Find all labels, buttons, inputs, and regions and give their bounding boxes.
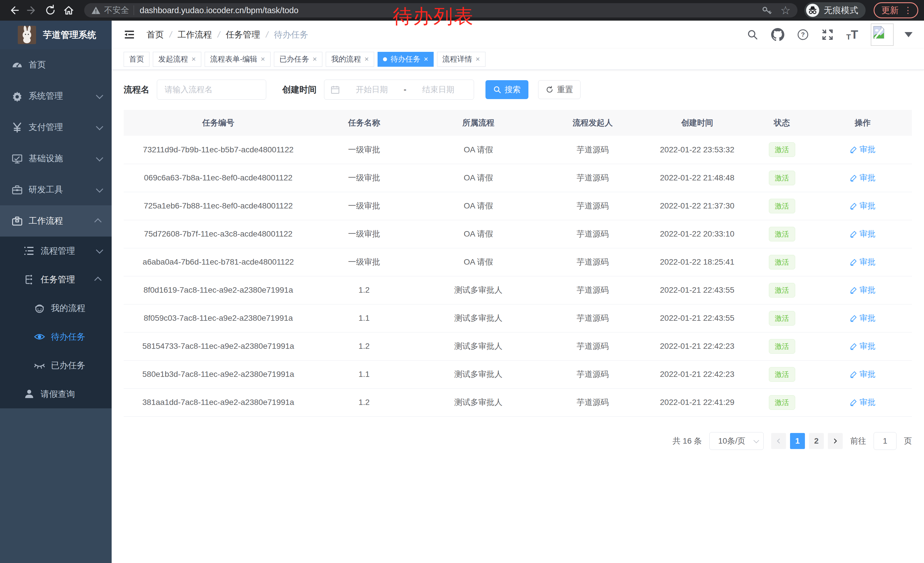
active-tab-dot	[383, 57, 387, 61]
approve-link[interactable]: 审批	[850, 173, 876, 183]
page-2-button[interactable]: 2	[809, 433, 824, 449]
close-icon[interactable]: ×	[424, 55, 428, 63]
sidebar-item-system[interactable]: 系统管理	[0, 81, 112, 112]
search-button[interactable]: 搜索	[486, 80, 528, 99]
starter-cell: 芋道源码	[542, 136, 644, 164]
header-search-icon[interactable]	[747, 29, 759, 41]
tab-my-process[interactable]: 我的流程×	[326, 52, 374, 67]
page-size-select[interactable]: 10条/页	[710, 432, 764, 450]
task-name-cell: 1.2	[313, 332, 416, 360]
app-logo-row[interactable]: 芋道管理系统	[0, 21, 112, 49]
app-header: 首页 / 工作流程 / 任务管理 / 待办任务 ?	[112, 21, 924, 49]
approve-link[interactable]: 审批	[850, 313, 876, 324]
sidebar-item-task-management[interactable]: 任务管理	[0, 265, 112, 294]
sidebar-item-payment[interactable]: 支付管理	[0, 112, 112, 143]
page-1-button[interactable]: 1	[790, 433, 805, 449]
close-icon[interactable]: ×	[364, 55, 369, 63]
breadcrumb-task-management[interactable]: 任务管理	[226, 29, 260, 41]
task-name-cell: 一级审批	[313, 164, 416, 192]
process-name-input[interactable]	[157, 80, 266, 100]
header-task-id: 任务编号	[124, 110, 313, 136]
sidebar-item-infrastructure[interactable]: 基础设施	[0, 143, 112, 174]
browser-back-button[interactable]	[6, 2, 22, 18]
user-avatar[interactable]	[871, 24, 894, 46]
sidebar-menu: 首页 系统管理 支付管理	[0, 49, 112, 563]
sidebar-item-done-tasks[interactable]: 已办任务	[0, 351, 112, 380]
goto-label: 前往	[850, 435, 866, 446]
table-row: 8f059c03-7ac8-11ec-a9e2-a2380e71991a 1.1…	[124, 304, 912, 332]
fullscreen-icon[interactable]	[822, 29, 834, 41]
font-size-icon[interactable]: TT	[846, 29, 858, 41]
browser-menu-dots-icon[interactable]: ⋮	[904, 6, 912, 15]
sidebar-item-dev-tools[interactable]: 研发工具	[0, 174, 112, 205]
tab-start-process[interactable]: 发起流程×	[153, 52, 201, 67]
approve-link[interactable]: 审批	[850, 228, 876, 239]
starter-cell: 芋道源码	[542, 164, 644, 192]
sidebar-collapse-icon[interactable]	[123, 29, 136, 41]
sidebar-item-workflow[interactable]: 工作流程	[0, 205, 112, 237]
prev-page-button[interactable]	[771, 433, 786, 449]
starter-cell: 芋道源码	[542, 192, 644, 220]
yen-icon	[10, 122, 24, 133]
sidebar-item-todo-tasks[interactable]: 待办任务	[0, 323, 112, 351]
tab-home[interactable]: 首页	[124, 52, 149, 67]
edit-pen-icon	[850, 258, 857, 266]
task-name-cell: 一级审批	[313, 248, 416, 276]
approve-link[interactable]: 审批	[850, 285, 876, 296]
reset-button[interactable]: 重置	[538, 80, 580, 99]
task-id-cell: 75d72608-7b7f-11ec-a3c8-acde48001122	[124, 220, 313, 248]
filter-bar: 流程名 创建时间 开始日期 - 结束日期 搜索 重置	[124, 80, 912, 100]
approve-link[interactable]: 审批	[850, 200, 876, 211]
breadcrumb-home[interactable]: 首页	[147, 29, 164, 41]
process-cell: 测试多审批人	[416, 276, 542, 304]
update-label: 更新	[881, 5, 898, 17]
create-time-cell: 2022-01-22 18:25:41	[644, 248, 750, 276]
bookmark-star-icon[interactable]: ☆	[780, 5, 790, 16]
tab-form-edit[interactable]: 流程表单-编辑×	[205, 52, 270, 67]
table-row: 580e1b3d-7ac8-11ec-a9e2-a2380e71991a 1.1…	[124, 360, 912, 388]
goto-page-input[interactable]	[874, 432, 897, 450]
approve-link[interactable]: 审批	[850, 341, 876, 352]
status-badge: 激活	[769, 339, 795, 354]
table-row: 381aa1dd-7ac8-11ec-a9e2-a2380e71991a 1.2…	[124, 388, 912, 416]
sidebar-item-process-management[interactable]: 流程管理	[0, 237, 112, 265]
header-actions: 操作	[813, 110, 912, 136]
list-icon	[22, 245, 36, 256]
next-page-button[interactable]	[828, 433, 843, 449]
sidebar-item-my-process[interactable]: 我的流程	[0, 294, 112, 323]
process-cell: OA 请假	[416, 192, 542, 220]
task-id-cell: 58154733-7ac8-11ec-a9e2-a2380e71991a	[124, 332, 313, 360]
browser-forward-button[interactable]	[24, 2, 40, 18]
sidebar-item-home[interactable]: 首页	[0, 49, 112, 81]
browser-update-button[interactable]: 更新 ⋮	[874, 2, 918, 18]
avatar-dropdown-caret[interactable]	[904, 32, 912, 37]
browser-home-button[interactable]	[61, 2, 77, 18]
github-icon[interactable]	[771, 28, 784, 41]
sidebar-item-leave-query[interactable]: 请假查询	[0, 380, 112, 408]
table-row: 58154733-7ac8-11ec-a9e2-a2380e71991a 1.2…	[124, 332, 912, 360]
approve-link[interactable]: 审批	[850, 257, 876, 267]
help-icon[interactable]: ?	[797, 29, 809, 41]
address-bar[interactable]: 不安全 dashboard.yudao.iocoder.cn/bpm/task/…	[84, 3, 798, 18]
tab-process-detail[interactable]: 流程详情×	[437, 52, 486, 67]
task-name-cell: 一级审批	[313, 136, 416, 164]
date-range-picker[interactable]: 开始日期 - 结束日期	[324, 80, 474, 100]
table-row: 069c6a63-7b8a-11ec-8ef0-acde48001122 一级审…	[124, 164, 912, 192]
breadcrumb-workflow[interactable]: 工作流程	[177, 29, 212, 41]
tab-done-tasks[interactable]: 已办任务×	[274, 52, 322, 67]
task-name-cell: 1.2	[313, 388, 416, 416]
close-icon[interactable]: ×	[313, 55, 317, 63]
key-icon[interactable]	[761, 5, 772, 16]
close-icon[interactable]: ×	[192, 55, 196, 63]
tab-todo-tasks[interactable]: 待办任务×	[378, 52, 434, 67]
table-row: 73211d9d-7b9b-11ec-b5b7-acde48001122 一级审…	[124, 136, 912, 164]
close-icon[interactable]: ×	[476, 55, 480, 63]
browser-reload-button[interactable]	[42, 2, 58, 18]
edit-pen-icon	[850, 202, 857, 210]
close-icon[interactable]: ×	[261, 55, 265, 63]
create-time-label: 创建时间	[282, 84, 316, 96]
approve-link[interactable]: 审批	[850, 144, 876, 155]
approve-link[interactable]: 审批	[850, 397, 876, 408]
task-id-cell: 8f0d1619-7ac8-11ec-a9e2-a2380e71991a	[124, 276, 313, 304]
approve-link[interactable]: 审批	[850, 369, 876, 380]
